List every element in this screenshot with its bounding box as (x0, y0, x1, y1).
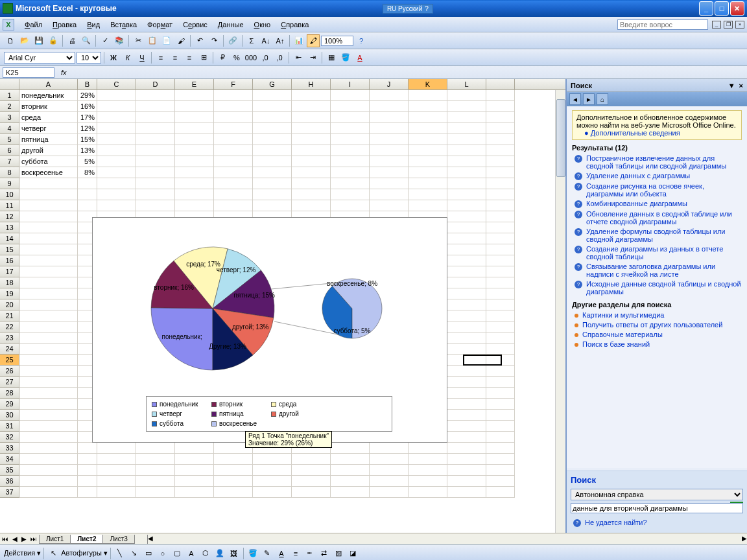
3d-icon[interactable]: ◪ (346, 547, 359, 560)
line-style-icon[interactable]: ≡ (289, 547, 302, 560)
help-result-item[interactable]: ?Комбинированные диаграммы (572, 200, 742, 208)
cut-icon[interactable]: ✂ (132, 34, 145, 47)
underline-icon[interactable]: Ч (136, 51, 148, 64)
font-select[interactable]: Arial Cyr (4, 52, 75, 64)
menu-view[interactable]: Вид (82, 19, 105, 30)
minimize-button[interactable]: _ (699, 1, 713, 16)
picture-icon[interactable]: 🖼 (228, 547, 241, 560)
dec-decimal-icon[interactable]: ,0 (273, 51, 286, 64)
help-icon[interactable]: ? (355, 34, 368, 47)
hyperlink-icon[interactable]: 🔗 (226, 34, 239, 47)
comma-icon[interactable]: 000 (244, 51, 257, 64)
print-icon[interactable]: 🖨 (65, 34, 78, 47)
spelling-icon[interactable]: ✓ (99, 34, 112, 47)
autosum-icon[interactable]: Σ (245, 34, 258, 47)
drawing-icon[interactable]: 🖍 (307, 34, 320, 47)
select-all-corner[interactable] (0, 79, 19, 89)
tab-nav-last[interactable]: ⏭ (29, 535, 39, 542)
zoom-box[interactable] (321, 36, 353, 46)
textbox-icon[interactable]: ▢ (171, 547, 184, 560)
borders-icon[interactable]: ▦ (325, 51, 338, 64)
line-color-icon[interactable]: ✎ (261, 547, 274, 560)
arrow-style-icon[interactable]: ⇄ (318, 547, 331, 560)
tab-nav-first[interactable]: ⏮ (0, 535, 10, 542)
tab-nav-next[interactable]: ▶ (19, 535, 29, 542)
percent-icon[interactable]: % (230, 51, 243, 64)
arrow-icon[interactable]: ↘ (128, 547, 141, 560)
fill-icon[interactable]: 🪣 (246, 547, 259, 560)
new-icon[interactable]: 🗋 (4, 34, 17, 47)
autoshapes-menu[interactable]: Автофигуры ▾ (61, 549, 108, 557)
font-color-icon[interactable]: A (275, 547, 288, 560)
menu-data[interactable]: Данные (213, 19, 249, 30)
help-result-item[interactable]: ?Удаление данных с диаграммы (572, 172, 742, 180)
currency-icon[interactable]: ₽ (216, 51, 229, 64)
oval-icon[interactable]: ○ (156, 547, 169, 560)
help-result-item[interactable]: ?Создание рисунка на основе ячеек, диагр… (572, 182, 742, 198)
vertical-scrollbar[interactable] (555, 90, 565, 533)
rectangle-icon[interactable]: ▭ (142, 547, 155, 560)
mdi-min[interactable]: _ (712, 21, 721, 29)
nav-back-icon[interactable]: ◄ (569, 93, 581, 105)
info-link[interactable]: Дополнительные сведения (591, 129, 680, 137)
menu-insert[interactable]: Вставка (105, 19, 142, 30)
permission-icon[interactable]: 🔓 (47, 34, 60, 47)
fontsize-select[interactable]: 10 (77, 52, 101, 64)
inc-decimal-icon[interactable]: ,0 (259, 51, 272, 64)
other-section-item[interactable]: Картинки и мультимедиа (572, 311, 742, 319)
help-result-item[interactable]: ?Постраничное извлечение данных для свод… (572, 154, 742, 170)
fill-color-icon[interactable]: 🪣 (339, 51, 352, 64)
merge-icon[interactable]: ⊞ (197, 51, 210, 64)
align-center-icon[interactable]: ≡ (169, 51, 182, 64)
cant-find-link[interactable]: Не удается найти? (585, 519, 647, 527)
font-color-icon[interactable]: A (353, 51, 366, 64)
fx-label[interactable]: fx (61, 69, 67, 76)
mdi-restore[interactable]: ❐ (724, 21, 733, 29)
chart-wizard-icon[interactable]: 📊 (292, 34, 305, 47)
open-icon[interactable]: 📂 (18, 34, 31, 47)
line-icon[interactable]: ╲ (113, 547, 126, 560)
language-indicator[interactable]: RU Русский? (383, 4, 433, 14)
shadow-icon[interactable]: ▨ (332, 547, 345, 560)
question-box[interactable] (617, 19, 708, 30)
sort-asc-icon[interactable]: A↓ (259, 34, 272, 47)
format-painter-icon[interactable]: 🖌 (174, 34, 187, 47)
help-result-item[interactable]: ?Обновление данных в сводной таблице или… (572, 210, 742, 226)
search-input[interactable] (571, 503, 743, 513)
menu-edit[interactable]: Правка (47, 19, 82, 30)
other-section-item[interactable]: Поиск в базе знаний (572, 340, 742, 348)
sheet-tab-2[interactable]: Лист2 (70, 535, 103, 544)
undo-icon[interactable]: ↶ (193, 34, 206, 47)
research-icon[interactable]: 📚 (113, 34, 126, 47)
nav-home-icon[interactable]: ⌂ (597, 93, 608, 105)
dash-style-icon[interactable]: ┅ (303, 547, 316, 560)
bold-icon[interactable]: Ж (107, 51, 120, 64)
redo-icon[interactable]: ↷ (208, 34, 220, 47)
help-result-item[interactable]: ?Удаление формулы сводной таблицы или св… (572, 228, 742, 243)
embedded-chart[interactable]: понедельник;вторник; 16%среда; 17%четвер… (92, 217, 447, 443)
diagram-icon[interactable]: ⬡ (199, 547, 212, 560)
help-result-item[interactable]: ?Исходные данные сводной таблицы и сводн… (572, 280, 742, 296)
inc-indent-icon[interactable]: ⇥ (306, 51, 319, 64)
wordart-icon[interactable]: A (185, 547, 198, 560)
menu-help[interactable]: Справка (276, 19, 314, 30)
menu-format[interactable]: Формат (142, 19, 178, 30)
taskpane-close-icon[interactable]: × (739, 82, 743, 89)
help-result-item[interactable]: ?Связывание заголовка диаграммы или надп… (572, 262, 742, 278)
close-button[interactable]: ✕ (730, 1, 744, 16)
sheet-tab-3[interactable]: Лист3 (102, 535, 134, 544)
tab-nav-prev[interactable]: ◀ (10, 535, 19, 542)
save-icon[interactable]: 💾 (32, 34, 45, 47)
clipart-icon[interactable]: 👤 (213, 547, 226, 560)
align-right-icon[interactable]: ≡ (183, 51, 196, 64)
maximize-button[interactable]: □ (715, 1, 729, 16)
other-section-item[interactable]: Получить ответы от других пользователей (572, 321, 742, 329)
menu-file[interactable]: Файл (19, 19, 47, 30)
preview-icon[interactable]: 🔍 (80, 34, 93, 47)
sheet-tab-1[interactable]: Лист1 (39, 535, 71, 544)
menu-window[interactable]: Окно (249, 19, 276, 30)
paste-icon[interactable]: 📄 (160, 34, 173, 47)
dec-indent-icon[interactable]: ⇤ (292, 51, 305, 64)
menu-tools[interactable]: Сервис (178, 19, 213, 30)
copy-icon[interactable]: 📋 (146, 34, 159, 47)
